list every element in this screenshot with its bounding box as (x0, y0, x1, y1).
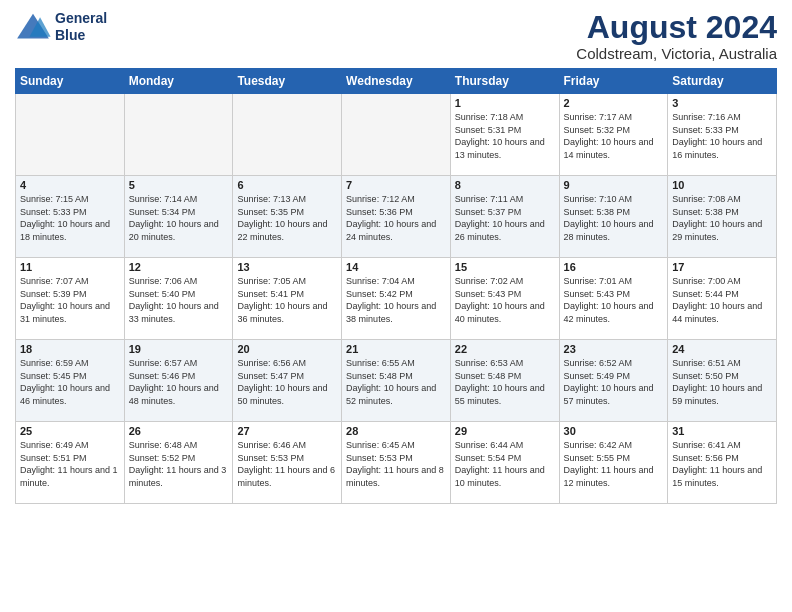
calendar-cell: 3 Sunrise: 7:16 AMSunset: 5:33 PMDayligh… (668, 94, 777, 176)
calendar-cell: 6 Sunrise: 7:13 AMSunset: 5:35 PMDayligh… (233, 176, 342, 258)
day-info: Sunrise: 6:57 AMSunset: 5:46 PMDaylight:… (129, 357, 229, 407)
calendar-cell: 13 Sunrise: 7:05 AMSunset: 5:41 PMDaylig… (233, 258, 342, 340)
day-info: Sunrise: 6:56 AMSunset: 5:47 PMDaylight:… (237, 357, 337, 407)
calendar-cell: 16 Sunrise: 7:01 AMSunset: 5:43 PMDaylig… (559, 258, 668, 340)
calendar-cell: 4 Sunrise: 7:15 AMSunset: 5:33 PMDayligh… (16, 176, 125, 258)
calendar-cell: 22 Sunrise: 6:53 AMSunset: 5:48 PMDaylig… (450, 340, 559, 422)
day-number: 9 (564, 179, 664, 191)
day-info: Sunrise: 7:12 AMSunset: 5:36 PMDaylight:… (346, 193, 446, 243)
day-number: 17 (672, 261, 772, 273)
day-info: Sunrise: 6:44 AMSunset: 5:54 PMDaylight:… (455, 439, 555, 489)
day-info: Sunrise: 6:48 AMSunset: 5:52 PMDaylight:… (129, 439, 229, 489)
day-number: 12 (129, 261, 229, 273)
day-number: 13 (237, 261, 337, 273)
calendar-cell: 23 Sunrise: 6:52 AMSunset: 5:49 PMDaylig… (559, 340, 668, 422)
calendar-cell: 12 Sunrise: 7:06 AMSunset: 5:40 PMDaylig… (124, 258, 233, 340)
day-info: Sunrise: 6:53 AMSunset: 5:48 PMDaylight:… (455, 357, 555, 407)
calendar-cell (16, 94, 125, 176)
calendar-cell: 11 Sunrise: 7:07 AMSunset: 5:39 PMDaylig… (16, 258, 125, 340)
calendar-cell: 21 Sunrise: 6:55 AMSunset: 5:48 PMDaylig… (342, 340, 451, 422)
day-info: Sunrise: 7:10 AMSunset: 5:38 PMDaylight:… (564, 193, 664, 243)
day-info: Sunrise: 7:16 AMSunset: 5:33 PMDaylight:… (672, 111, 772, 161)
calendar-cell: 28 Sunrise: 6:45 AMSunset: 5:53 PMDaylig… (342, 422, 451, 504)
day-info: Sunrise: 6:59 AMSunset: 5:45 PMDaylight:… (20, 357, 120, 407)
week-row-1: 1 Sunrise: 7:18 AMSunset: 5:31 PMDayligh… (16, 94, 777, 176)
day-number: 31 (672, 425, 772, 437)
calendar-cell: 1 Sunrise: 7:18 AMSunset: 5:31 PMDayligh… (450, 94, 559, 176)
calendar-header-row: SundayMondayTuesdayWednesdayThursdayFrid… (16, 69, 777, 94)
calendar-cell: 17 Sunrise: 7:00 AMSunset: 5:44 PMDaylig… (668, 258, 777, 340)
day-info: Sunrise: 6:46 AMSunset: 5:53 PMDaylight:… (237, 439, 337, 489)
week-row-4: 18 Sunrise: 6:59 AMSunset: 5:45 PMDaylig… (16, 340, 777, 422)
day-info: Sunrise: 7:04 AMSunset: 5:42 PMDaylight:… (346, 275, 446, 325)
day-info: Sunrise: 7:07 AMSunset: 5:39 PMDaylight:… (20, 275, 120, 325)
calendar-cell: 20 Sunrise: 6:56 AMSunset: 5:47 PMDaylig… (233, 340, 342, 422)
calendar-cell: 31 Sunrise: 6:41 AMSunset: 5:56 PMDaylig… (668, 422, 777, 504)
day-info: Sunrise: 7:08 AMSunset: 5:38 PMDaylight:… (672, 193, 772, 243)
week-row-5: 25 Sunrise: 6:49 AMSunset: 5:51 PMDaylig… (16, 422, 777, 504)
page-container: General Blue August 2024 Coldstream, Vic… (0, 0, 792, 509)
day-number: 11 (20, 261, 120, 273)
calendar-cell: 30 Sunrise: 6:42 AMSunset: 5:55 PMDaylig… (559, 422, 668, 504)
day-number: 15 (455, 261, 555, 273)
logo: General Blue (15, 10, 107, 44)
calendar-cell: 10 Sunrise: 7:08 AMSunset: 5:38 PMDaylig… (668, 176, 777, 258)
calendar-cell: 14 Sunrise: 7:04 AMSunset: 5:42 PMDaylig… (342, 258, 451, 340)
calendar-cell: 15 Sunrise: 7:02 AMSunset: 5:43 PMDaylig… (450, 258, 559, 340)
day-info: Sunrise: 6:52 AMSunset: 5:49 PMDaylight:… (564, 357, 664, 407)
day-number: 14 (346, 261, 446, 273)
calendar-cell: 9 Sunrise: 7:10 AMSunset: 5:38 PMDayligh… (559, 176, 668, 258)
calendar-cell: 7 Sunrise: 7:12 AMSunset: 5:36 PMDayligh… (342, 176, 451, 258)
day-number: 20 (237, 343, 337, 355)
day-number: 21 (346, 343, 446, 355)
day-number: 23 (564, 343, 664, 355)
day-number: 2 (564, 97, 664, 109)
day-info: Sunrise: 7:14 AMSunset: 5:34 PMDaylight:… (129, 193, 229, 243)
day-info: Sunrise: 6:42 AMSunset: 5:55 PMDaylight:… (564, 439, 664, 489)
title-block: August 2024 Coldstream, Victoria, Austra… (576, 10, 777, 62)
day-info: Sunrise: 7:13 AMSunset: 5:35 PMDaylight:… (237, 193, 337, 243)
day-number: 16 (564, 261, 664, 273)
week-row-3: 11 Sunrise: 7:07 AMSunset: 5:39 PMDaylig… (16, 258, 777, 340)
col-header-friday: Friday (559, 69, 668, 94)
calendar-cell (124, 94, 233, 176)
calendar-table: SundayMondayTuesdayWednesdayThursdayFrid… (15, 68, 777, 504)
day-info: Sunrise: 6:55 AMSunset: 5:48 PMDaylight:… (346, 357, 446, 407)
day-number: 26 (129, 425, 229, 437)
day-number: 22 (455, 343, 555, 355)
day-number: 18 (20, 343, 120, 355)
day-info: Sunrise: 7:00 AMSunset: 5:44 PMDaylight:… (672, 275, 772, 325)
day-info: Sunrise: 7:06 AMSunset: 5:40 PMDaylight:… (129, 275, 229, 325)
calendar-cell: 26 Sunrise: 6:48 AMSunset: 5:52 PMDaylig… (124, 422, 233, 504)
col-header-sunday: Sunday (16, 69, 125, 94)
calendar-cell: 24 Sunrise: 6:51 AMSunset: 5:50 PMDaylig… (668, 340, 777, 422)
logo-text: General Blue (55, 10, 107, 44)
calendar-cell: 27 Sunrise: 6:46 AMSunset: 5:53 PMDaylig… (233, 422, 342, 504)
day-info: Sunrise: 7:17 AMSunset: 5:32 PMDaylight:… (564, 111, 664, 161)
day-number: 27 (237, 425, 337, 437)
day-info: Sunrise: 6:51 AMSunset: 5:50 PMDaylight:… (672, 357, 772, 407)
calendar-cell (233, 94, 342, 176)
day-info: Sunrise: 6:45 AMSunset: 5:53 PMDaylight:… (346, 439, 446, 489)
calendar-cell: 18 Sunrise: 6:59 AMSunset: 5:45 PMDaylig… (16, 340, 125, 422)
logo-line2: Blue (55, 27, 107, 44)
col-header-thursday: Thursday (450, 69, 559, 94)
day-info: Sunrise: 7:18 AMSunset: 5:31 PMDaylight:… (455, 111, 555, 161)
week-row-2: 4 Sunrise: 7:15 AMSunset: 5:33 PMDayligh… (16, 176, 777, 258)
day-number: 6 (237, 179, 337, 191)
calendar-cell (342, 94, 451, 176)
day-number: 25 (20, 425, 120, 437)
col-header-monday: Monday (124, 69, 233, 94)
col-header-tuesday: Tuesday (233, 69, 342, 94)
day-number: 7 (346, 179, 446, 191)
col-header-wednesday: Wednesday (342, 69, 451, 94)
calendar-cell: 19 Sunrise: 6:57 AMSunset: 5:46 PMDaylig… (124, 340, 233, 422)
month-year: August 2024 (576, 10, 777, 45)
day-info: Sunrise: 7:02 AMSunset: 5:43 PMDaylight:… (455, 275, 555, 325)
calendar-cell: 8 Sunrise: 7:11 AMSunset: 5:37 PMDayligh… (450, 176, 559, 258)
logo-icon (15, 12, 51, 42)
calendar-cell: 5 Sunrise: 7:14 AMSunset: 5:34 PMDayligh… (124, 176, 233, 258)
day-number: 8 (455, 179, 555, 191)
location: Coldstream, Victoria, Australia (576, 45, 777, 62)
calendar-cell: 29 Sunrise: 6:44 AMSunset: 5:54 PMDaylig… (450, 422, 559, 504)
